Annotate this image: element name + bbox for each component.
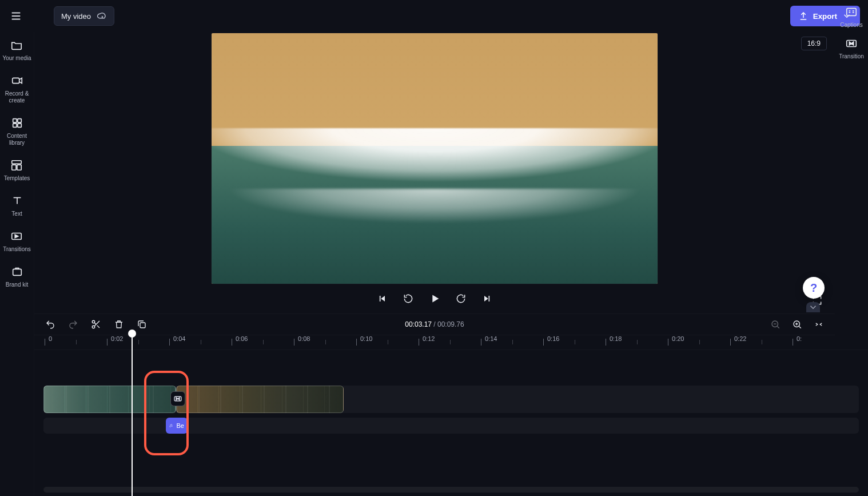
sidebar-item-record-create[interactable]: Record & create xyxy=(0,72,34,106)
annotation-highlight xyxy=(144,371,189,455)
video-preview[interactable] xyxy=(212,33,658,284)
ruler-tick-label: 0 xyxy=(49,335,52,342)
timeline-ruler[interactable]: 00:020:040:060:080:100:120:140:160:180:2… xyxy=(34,335,868,350)
ruler-tick: 0:02 xyxy=(107,335,123,350)
video-clip-2[interactable] xyxy=(176,386,344,413)
sync-status-icon xyxy=(97,11,107,21)
ruler-tick-label: 0:06 xyxy=(236,335,248,342)
svg-rect-10 xyxy=(17,165,21,170)
zoom-out-icon xyxy=(770,319,781,330)
clip-thumbnails xyxy=(177,386,343,412)
rewind-icon xyxy=(403,293,414,304)
ruler-tick-label: 0:16 xyxy=(547,335,559,342)
ruler-tick-label: 0:18 xyxy=(610,335,622,342)
project-title[interactable]: My video xyxy=(54,6,114,26)
svg-rect-13 xyxy=(847,9,857,16)
ruler-tick: 0:08 xyxy=(294,335,310,350)
ruler-tick-label: 0:10 xyxy=(360,335,372,342)
undo-button[interactable] xyxy=(42,316,58,332)
sidebar-item-label: Record & create xyxy=(1,90,33,104)
zoom-out-button[interactable] xyxy=(767,316,783,332)
ruler-tick: 0:22 xyxy=(730,335,746,350)
right-item-captions[interactable]: Captions xyxy=(840,6,862,28)
jump-end-button[interactable] xyxy=(479,290,496,307)
help-label: ? xyxy=(810,281,817,295)
timeline-scrollbar[interactable] xyxy=(43,487,859,493)
svg-point-16 xyxy=(92,326,95,328)
svg-rect-5 xyxy=(17,119,21,122)
video-track[interactable] xyxy=(43,386,859,413)
timecode-sep: / xyxy=(433,320,437,328)
svg-rect-4 xyxy=(13,119,16,122)
redo-button[interactable] xyxy=(65,316,81,332)
play-button[interactable] xyxy=(426,290,443,307)
skip-forward-icon xyxy=(481,293,493,304)
sidebar-item-transitions[interactable]: Transitions xyxy=(2,228,32,255)
svg-line-19 xyxy=(777,326,779,328)
project-title-text: My video xyxy=(61,12,91,21)
svg-rect-17 xyxy=(140,323,145,328)
ruler-tick: 0 xyxy=(45,335,52,350)
brand-kit-icon xyxy=(11,265,23,278)
svg-line-22 xyxy=(799,326,801,328)
ruler-tick-label: 0: xyxy=(797,335,802,342)
sidebar-item-label: Templates xyxy=(4,175,30,182)
ruler-tick-label: 0:04 xyxy=(173,335,185,342)
sidebar-item-brand-kit[interactable]: Brand kit xyxy=(5,263,29,291)
zoom-in-button[interactable] xyxy=(789,316,805,332)
ruler-tick: 0: xyxy=(793,335,802,350)
camera-icon xyxy=(11,74,23,87)
sidebar-item-label: Text xyxy=(11,211,22,217)
aspect-ratio-label: 16:9 xyxy=(807,39,821,47)
ruler-minor-tick xyxy=(263,340,264,344)
redo-icon xyxy=(68,319,78,330)
transition-badge[interactable] xyxy=(170,391,185,406)
ruler-tick-label: 0:08 xyxy=(298,335,310,342)
playhead[interactable] xyxy=(132,335,133,496)
forward-button[interactable] xyxy=(452,290,469,307)
help-button[interactable]: ? xyxy=(803,277,825,299)
svg-point-26 xyxy=(172,426,172,427)
timeline-toolbar: 00:03.17 / 00:09.76 xyxy=(34,314,835,335)
player-controls xyxy=(34,286,835,311)
video-clip-1[interactable] xyxy=(43,386,176,413)
delete-button[interactable] xyxy=(111,316,127,332)
sidebar-item-your-media[interactable]: Your media xyxy=(1,37,32,64)
menu-button[interactable] xyxy=(6,6,26,26)
help-collapse-button[interactable] xyxy=(806,302,820,312)
timecode: 00:03.17 / 00:09.76 xyxy=(405,320,464,328)
ruler-minor-tick xyxy=(325,340,326,344)
ruler-minor-tick xyxy=(76,340,77,344)
text-icon xyxy=(11,195,23,207)
sidebar-item-content-library[interactable]: Content library xyxy=(0,114,34,149)
sidebar-item-text[interactable]: Text xyxy=(10,192,25,220)
ruler-minor-tick xyxy=(388,340,388,344)
preview-stage: 16:9 xyxy=(34,32,835,314)
svg-rect-12 xyxy=(13,269,21,275)
ruler-minor-tick xyxy=(575,340,575,344)
rewind-button[interactable] xyxy=(400,290,417,307)
undo-icon xyxy=(45,319,55,330)
captions-icon xyxy=(845,6,858,18)
svg-rect-8 xyxy=(12,161,22,164)
preview-graphic xyxy=(212,189,658,244)
forward-icon xyxy=(455,293,467,304)
duplicate-button[interactable] xyxy=(134,316,150,332)
right-item-transition[interactable]: Transition xyxy=(839,37,864,59)
fit-timeline-button[interactable] xyxy=(811,316,827,332)
clip-thumbnails xyxy=(44,386,176,412)
jump-start-button[interactable] xyxy=(373,290,391,307)
aspect-ratio-button[interactable]: 16:9 xyxy=(801,37,827,50)
top-bar: My video Export xyxy=(0,0,868,32)
ruler-tick-label: 0:02 xyxy=(111,335,123,342)
split-button[interactable] xyxy=(88,316,104,332)
transition-icon xyxy=(845,37,858,50)
ruler-minor-tick xyxy=(762,340,762,344)
right-item-label: Transition xyxy=(839,53,864,59)
audio-clip[interactable]: Be xyxy=(166,418,188,434)
library-icon xyxy=(11,117,23,129)
audio-track[interactable]: Be xyxy=(43,418,859,434)
sidebar-item-templates[interactable]: Templates xyxy=(3,157,31,184)
svg-rect-7 xyxy=(17,124,21,127)
upload-icon xyxy=(798,11,809,21)
